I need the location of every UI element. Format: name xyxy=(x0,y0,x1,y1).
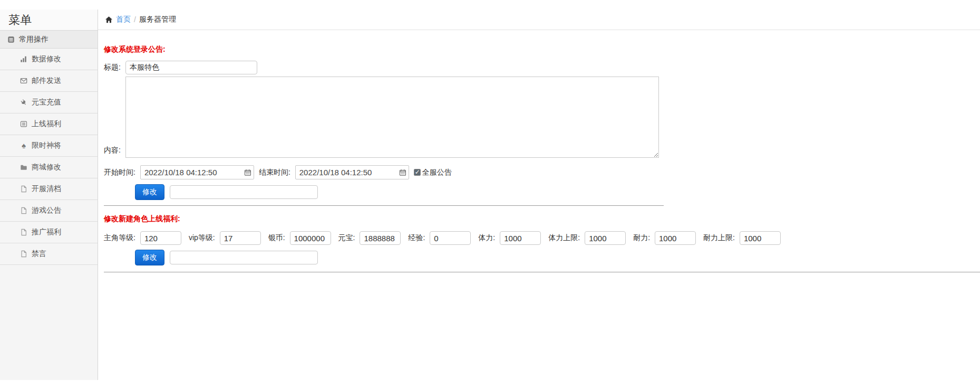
file-icon xyxy=(20,229,27,236)
field-label: 主角等级: xyxy=(104,233,135,243)
breadcrumb-separator: / xyxy=(134,15,136,24)
end-time-label: 结束时间: xyxy=(259,168,290,177)
content-textarea[interactable] xyxy=(125,77,659,158)
sidebar-title: 菜单 xyxy=(0,10,98,30)
sidebar-item-mute[interactable]: 禁言 xyxy=(0,243,98,265)
field-label: 经验: xyxy=(408,233,425,243)
sidebar-item-mail-send[interactable]: 邮件发送 xyxy=(0,70,98,92)
end-time-picker[interactable] xyxy=(295,165,409,179)
sidebar-item-label: 推广福利 xyxy=(32,227,61,237)
endurance-max-input[interactable] xyxy=(740,231,781,245)
welfare-form-heading: 修改新建角色上线福利: xyxy=(104,214,980,224)
title-input[interactable] xyxy=(125,61,257,74)
main-level-input[interactable] xyxy=(140,231,181,245)
field-label: 耐力上限: xyxy=(703,233,735,243)
sidebar-item-promo-welfare[interactable]: 推广福利 xyxy=(0,222,98,243)
breadcrumb: 首页 / 服务器管理 xyxy=(98,10,980,30)
sidebar-item-label: 商城修改 xyxy=(32,163,61,172)
field-label: 体力上限: xyxy=(548,233,580,243)
sidebar-item-server-wipe[interactable]: 开服清档 xyxy=(0,178,98,200)
sidebar-item-ingot-recharge[interactable]: 元宝充值 xyxy=(0,92,98,113)
field-label: 元宝: xyxy=(338,233,355,243)
sidebar-item-mall-modify[interactable]: 商城修改 xyxy=(0,157,98,178)
bottom-divider xyxy=(104,272,980,272)
sidebar: 菜单 常用操作 数据修改 邮件发送 元宝充值 xyxy=(0,10,98,380)
sidebar-item-label: 上线福利 xyxy=(32,119,61,129)
sidebar-item-game-notice[interactable]: 游戏公告 xyxy=(0,200,98,222)
file-icon xyxy=(20,185,27,193)
sidebar-item-label: 开服清档 xyxy=(32,184,61,194)
silver-input[interactable] xyxy=(290,231,331,245)
breadcrumb-current: 服务器管理 xyxy=(139,15,176,24)
list-icon xyxy=(7,36,15,43)
field-endurance: 耐力: xyxy=(633,231,696,245)
vip-level-input[interactable] xyxy=(220,231,261,245)
all-server-checkbox[interactable] xyxy=(414,169,421,176)
field-silver: 银币: xyxy=(268,231,331,245)
sidebar-section-label: 常用操作 xyxy=(19,35,48,44)
announcement-result-input[interactable] xyxy=(170,185,318,199)
announcement-form-heading: 修改系统登录公告: xyxy=(104,45,980,54)
announcement-title-row: 标题: xyxy=(104,61,980,74)
sidebar-item-label: 游戏公告 xyxy=(32,206,61,215)
end-time-input[interactable] xyxy=(299,166,399,179)
announcement-content-row: 内容: xyxy=(104,77,980,158)
exp-input[interactable] xyxy=(430,231,471,245)
home-icon[interactable] xyxy=(105,16,113,24)
start-time-input[interactable] xyxy=(144,166,244,179)
calendar-icon[interactable] xyxy=(244,169,251,176)
sidebar-item-online-welfare[interactable]: 上线福利 xyxy=(0,113,98,135)
sidebar-item-label: 数据修改 xyxy=(32,54,61,64)
file-icon xyxy=(20,250,27,258)
welfare-result-input[interactable] xyxy=(170,251,318,264)
folder-icon xyxy=(20,164,27,171)
field-label: vip等级: xyxy=(189,233,215,243)
field-label: 体力: xyxy=(478,233,495,243)
breadcrumb-home-link[interactable]: 首页 xyxy=(116,15,131,24)
field-ingot: 元宝: xyxy=(338,231,401,245)
list-alt-icon xyxy=(20,120,27,128)
spade-icon: ♠ xyxy=(20,142,27,149)
sidebar-item-label: 邮件发送 xyxy=(32,76,61,86)
plug-icon xyxy=(20,99,27,106)
all-server-label: 全服公告 xyxy=(422,168,452,177)
sidebar-item-label: 元宝充值 xyxy=(32,98,61,107)
welfare-fields-row: 主角等级: vip等级: 银币: 元宝: 经验: xyxy=(104,231,980,245)
field-endurance-max: 耐力上限: xyxy=(703,231,781,245)
start-time-label: 开始时间: xyxy=(104,168,135,177)
stamina-max-input[interactable] xyxy=(585,231,626,245)
title-label: 标题: xyxy=(104,63,121,72)
envelope-icon xyxy=(20,77,27,84)
file-icon xyxy=(20,207,27,214)
sidebar-item-label: 限时神将 xyxy=(32,141,61,150)
calendar-icon[interactable] xyxy=(399,169,406,176)
sidebar-item-label: 禁言 xyxy=(32,249,46,259)
content-label: 内容: xyxy=(104,146,121,155)
section-divider xyxy=(104,205,664,206)
start-time-picker[interactable] xyxy=(140,165,254,179)
welfare-submit-button[interactable]: 修改 xyxy=(135,250,164,265)
stamina-input[interactable] xyxy=(500,231,541,245)
page: 菜单 常用操作 数据修改 邮件发送 元宝充值 xyxy=(0,10,980,380)
content-area: 修改系统登录公告: 标题: 内容: 开始时间: 结束时间: xyxy=(98,45,980,272)
welfare-submit-row: 修改 xyxy=(135,250,980,265)
chart-bar-icon xyxy=(20,55,27,63)
endurance-input[interactable] xyxy=(655,231,696,245)
field-label: 耐力: xyxy=(633,233,650,243)
main-content: 首页 / 服务器管理 修改系统登录公告: 标题: 内容: 开始时间: xyxy=(98,10,980,380)
sidebar-item-limited-hero[interactable]: ♠ 限时神将 xyxy=(0,135,98,157)
announcement-submit-button[interactable]: 修改 xyxy=(135,184,164,200)
sidebar-item-data-modify[interactable]: 数据修改 xyxy=(0,49,98,70)
announcement-submit-row: 修改 xyxy=(135,184,980,200)
field-exp: 经验: xyxy=(408,231,471,245)
field-stamina-max: 体力上限: xyxy=(548,231,626,245)
field-label: 银币: xyxy=(268,233,285,243)
sidebar-section-common-ops[interactable]: 常用操作 xyxy=(0,30,98,49)
announcement-time-row: 开始时间: 结束时间: 全服公告 xyxy=(104,165,980,179)
field-stamina: 体力: xyxy=(478,231,541,245)
ingot-input[interactable] xyxy=(360,231,401,245)
field-vip-level: vip等级: xyxy=(189,231,261,245)
field-main-level: 主角等级: xyxy=(104,231,181,245)
